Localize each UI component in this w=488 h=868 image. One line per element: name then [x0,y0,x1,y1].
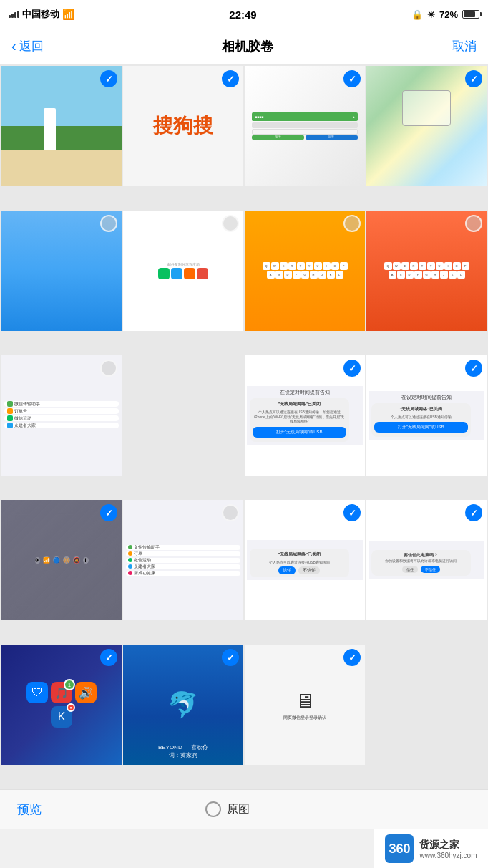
photo-cell-11[interactable]: 在设定对时间提前告知 "无线局域网络"已关闭 个人热点可以通过连接在USB通知传… [366,355,487,476]
select-circle-4[interactable] [465,70,482,87]
photo-cell-2[interactable]: 搜狗搜 [123,66,243,186]
photo-cell-18[interactable]: 🖥 网页微信登录登录确认 [245,645,365,765]
photo-cell-10[interactable]: 在设定对时间提前告知 "无线局域网络"已关闭 个人热点可以通过连接在USB通知传… [245,355,365,476]
select-circle-14[interactable] [343,504,361,521]
photo-cell-14[interactable]: "无线局域网络"已关闭 个人热点可以通过连接在USB通知传输 信任 不信任 [245,500,365,620]
page-title: 相机胶卷 [222,38,273,55]
status-time: 22:49 [229,9,256,21]
watermark-url: www.360hyzj.com [419,852,477,859]
back-label[interactable]: 返回 [19,38,44,54]
select-circle-9[interactable] [100,360,117,377]
battery-icon [462,10,479,19]
cancel-button[interactable]: 取消 [452,38,477,54]
select-circle-5[interactable] [100,215,117,232]
select-circle-6[interactable] [222,215,239,232]
watermark-text: 货源之家 www.360hyzj.com [419,839,477,859]
select-circle-10[interactable] [343,360,361,377]
select-circle-7[interactable] [343,215,361,232]
nav-bar: ‹ 返回 相机胶卷 取消 [0,29,488,64]
status-left: 中国移动 📶 [9,8,74,21]
select-circle-2[interactable] [222,70,239,87]
select-circle-1[interactable] [100,70,117,87]
select-circle-17[interactable] [222,649,239,666]
photo-cell-9[interactable]: 微信传输助手 订单号 微信运动 众建者大家 [1,355,122,476]
photo-cell-12[interactable]: ✈ 📶 🔵 🔆 🔕 ⏸ [1,500,122,620]
select-circle-3[interactable] [343,70,361,87]
select-circle-18[interactable] [343,649,361,666]
battery-percent: 72% [439,9,458,20]
original-circle-icon[interactable] [205,801,221,817]
select-circle-16[interactable] [100,649,117,666]
select-circle-11[interactable] [465,360,482,377]
original-button[interactable]: 原图 [205,801,250,817]
carrier-label: 中国移动 [22,8,59,21]
photo-cell-7[interactable]: QWE RTY UIO P ASD FGH JKL [245,211,365,331]
photo-cell-3[interactable]: ■■■■ ● 知乎 回答 [245,66,365,186]
photo-cell-4[interactable] [366,66,487,186]
wifi-icon: 📶 [62,9,74,20]
status-right: 🔒 ✳ 72% [411,9,479,20]
watermark: 360 货源之家 www.360hyzj.com [374,829,488,868]
photo-cell-5[interactable] [1,211,122,331]
signal-icon [9,11,19,18]
status-bar: 中国移动 📶 22:49 🔒 ✳ 72% [0,0,488,29]
original-label: 原图 [227,802,250,817]
select-circle-13[interactable] [222,504,239,521]
photo-cell-17[interactable]: 🐬 BEYOND — 喜欢你词：黄家驹 [123,645,243,765]
photo-cell-6[interactable]: 邮件复制 分享百度箱 [123,211,243,331]
photo-grid: 搜狗搜 ■■■■ ● 知乎 回答 [0,64,488,789]
select-circle-15[interactable] [465,504,482,521]
watermark-brand: 货源之家 [419,839,477,852]
bluetooth-icon: ✳ [427,9,435,20]
photo-cell-13[interactable]: 文件传输助手 订单 微信运动 众建者大家 新成功健康 [123,500,243,620]
lock-icon: 🔒 [411,9,423,20]
back-button[interactable]: ‹ 返回 [11,38,44,54]
bottom-toolbar: 预览 原图 [0,789,488,829]
back-chevron-icon: ‹ [11,38,16,54]
photo-cell-1[interactable] [1,66,122,186]
select-circle-12[interactable] [100,504,117,521]
photo-cell-16[interactable]: 🛡 🎵 1 🔊 K ● [1,645,122,765]
watermark-logo: 360 [385,834,414,863]
select-circle-8[interactable] [465,215,482,232]
preview-button[interactable]: 预览 [17,801,42,818]
photo-cell-15[interactable]: 要信任此电脑吗？ 你的设置和数据将可以允许发布电脑进行访问 信任 不信任 [366,500,487,620]
photo-cell-8[interactable]: QWE RTY UIO P ASD FGH JKL [366,211,487,331]
